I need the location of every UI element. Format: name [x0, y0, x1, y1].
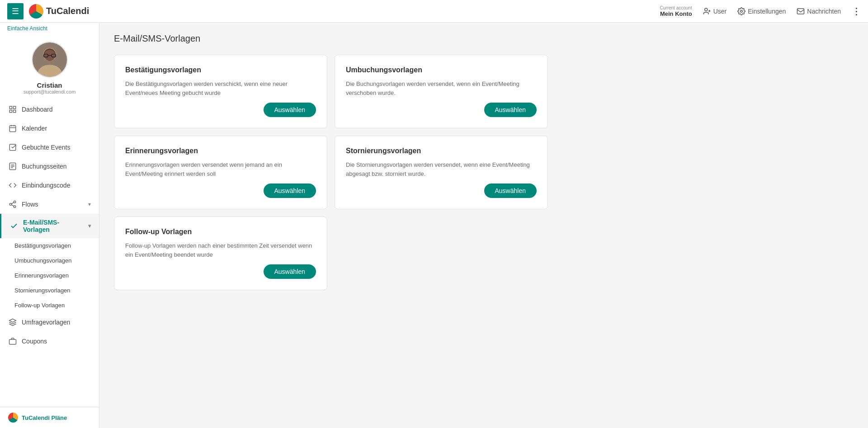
- email-vorlagen-submenu: Bestätigungsvorlagen Umbuchungsvorlagen …: [0, 238, 99, 313]
- sidebar-item-dashboard[interactable]: Dashboard: [0, 100, 99, 119]
- sidebar-item-buchungsseiten[interactable]: Buchungsseiten: [0, 157, 99, 176]
- email-vorlagen-chevron-icon: ▾: [88, 223, 91, 229]
- card-erinnerungsvorlagen: Erinnerungsvorlagen Erinnerungsvorlagen …: [114, 136, 327, 209]
- tucalendi-plaene-label: TuCalendi Pläne: [22, 414, 67, 421]
- kalender-label: Kalender: [22, 125, 47, 132]
- svg-rect-12: [14, 106, 16, 108]
- card-umbuchungsvorlagen-button[interactable]: Auswählen: [484, 103, 537, 117]
- tucalendi-footer-logo-icon: [8, 413, 18, 423]
- flows-chevron-icon: ▾: [88, 201, 91, 207]
- sidebar-subitem-bestatigungsvorlagen[interactable]: Bestätigungsvorlagen: [0, 238, 99, 253]
- svg-rect-2: [797, 9, 804, 14]
- vorlagen-cards-grid: Bestätigungsvorlagen Die Bestätigungsvor…: [114, 55, 548, 290]
- card-stornierungsvorlagen-button[interactable]: Auswählen: [484, 183, 537, 198]
- user-label: User: [713, 8, 727, 15]
- user-icon: [703, 7, 711, 15]
- settings-button[interactable]: Einstellungen: [737, 7, 786, 15]
- svg-point-26: [14, 206, 16, 208]
- check-square-icon: [8, 143, 17, 152]
- einbindungscode-label: Einbindungscode: [22, 182, 70, 189]
- card-erinnerungsvorlagen-button[interactable]: Auswählen: [264, 183, 316, 198]
- page-title: E-Mail/SMS-Vorlagen: [114, 33, 854, 44]
- sidebar-item-kalender[interactable]: Kalender: [0, 119, 99, 138]
- settings-label: Einstellungen: [748, 8, 786, 15]
- user-button[interactable]: User: [703, 7, 727, 15]
- current-account[interactable]: Current account Mein Konto: [660, 5, 692, 17]
- svg-marker-29: [9, 319, 16, 323]
- card-bestatigungsvorlagen-desc: Die Bestätigungsvorlagen werden verschic…: [125, 80, 316, 97]
- svg-rect-13: [9, 110, 12, 113]
- sidebar-item-email-sms-vorlagen[interactable]: E-Mail/SMS-Vorlagen ▾: [0, 214, 99, 238]
- sidebar-item-flows[interactable]: Flows ▾: [0, 195, 99, 214]
- card-bestatigungsvorlagen-title: Bestätigungsvorlagen: [125, 66, 316, 74]
- code-icon: [8, 181, 17, 190]
- card-stornierungsvorlagen-title: Stornierungsvorlagen: [346, 147, 537, 155]
- settings-icon: [737, 7, 745, 15]
- dashboard-label: Dashboard: [22, 106, 53, 113]
- card-follow-up-title: Follow-up Vorlagen: [125, 228, 316, 236]
- email-vorlagen-check-icon: [9, 221, 19, 230]
- card-stornierungsvorlagen-desc: Die Stornierungsvorlagen werden versende…: [346, 160, 537, 178]
- card-bestatigungsvorlagen-button[interactable]: Auswählen: [264, 103, 316, 117]
- avatar: [32, 42, 68, 78]
- card-stornierungsvorlagen: Stornierungsvorlagen Die Stornierungsvor…: [335, 136, 548, 209]
- main-content: E-Mail/SMS-Vorlagen Bestätigungsvorlagen…: [99, 23, 868, 428]
- card-follow-up-desc: Follow-up Vorlagen werden nach einer bes…: [125, 241, 316, 259]
- tag-icon: [8, 337, 17, 346]
- flows-label: Flows: [22, 201, 38, 208]
- card-bestatigungsvorlagen: Bestätigungsvorlagen Die Bestätigungsvor…: [114, 55, 327, 128]
- card-erinnerungsvorlagen-title: Erinnerungsvorlagen: [125, 147, 316, 155]
- topnav: ☰ TuCalendi Current account Mein Konto U…: [0, 0, 868, 23]
- svg-rect-30: [9, 339, 16, 344]
- grid-icon: [8, 105, 17, 114]
- sidebar-item-coupons[interactable]: Coupons: [0, 332, 99, 351]
- layers-icon: [8, 318, 17, 327]
- calendar-icon: [8, 124, 17, 133]
- more-button[interactable]: ⋮: [852, 6, 861, 17]
- user-profile: Cristian support@tucalendi.com: [0, 34, 99, 100]
- file-icon: [8, 162, 17, 171]
- svg-rect-19: [9, 144, 16, 151]
- buchungsseiten-label: Buchungsseiten: [22, 163, 67, 170]
- sidebar-item-einbindungscode[interactable]: Einbindungscode: [0, 176, 99, 195]
- account-name: Mein Konto: [660, 10, 692, 17]
- svg-point-25: [9, 203, 12, 206]
- card-umbuchungsvorlagen: Umbuchungsvorlagen Die Buchungsvorlagen …: [335, 55, 548, 128]
- svg-point-24: [14, 201, 16, 203]
- tucalendi-plaene-button[interactable]: TuCalendi Pläne: [0, 407, 99, 428]
- svg-line-28: [11, 202, 14, 204]
- card-erinnerungsvorlagen-desc: Erinnerungsvorlagen werden versendet wen…: [125, 160, 316, 178]
- hamburger-button[interactable]: ☰: [7, 3, 24, 19]
- card-follow-up-vorlagen: Follow-up Vorlagen Follow-up Vorlagen we…: [114, 216, 327, 290]
- svg-rect-11: [9, 106, 12, 108]
- flows-icon: [8, 200, 17, 209]
- coupons-label: Coupons: [22, 338, 47, 345]
- svg-point-1: [741, 10, 743, 12]
- einfache-ansicht-link[interactable]: Einfache Ansicht: [0, 23, 99, 34]
- email-sms-vorlagen-label: E-Mail/SMS-Vorlagen: [23, 219, 84, 233]
- svg-rect-14: [14, 110, 16, 113]
- card-follow-up-button[interactable]: Auswählen: [264, 264, 316, 279]
- messages-label: Nachrichten: [807, 8, 841, 15]
- umfragevorlagen-label: Umfragevorlagen: [22, 319, 70, 326]
- gebuchte-events-label: Gebuchte Events: [22, 144, 70, 151]
- card-umbuchungsvorlagen-title: Umbuchungsvorlagen: [346, 66, 537, 74]
- svg-rect-15: [9, 126, 16, 132]
- user-name: Cristian: [37, 81, 62, 89]
- logo-text: TuCalendi: [46, 6, 89, 16]
- account-label: Current account: [660, 5, 692, 10]
- sidebar-subitem-umbuchungsvorlagen[interactable]: Umbuchungsvorlagen: [0, 253, 99, 268]
- svg-point-0: [704, 8, 707, 11]
- svg-line-27: [11, 205, 14, 206]
- sidebar-item-gebuchte-events[interactable]: Gebuchte Events: [0, 138, 99, 157]
- sidebar: Einfache Ansicht Cristian support@tucale…: [0, 23, 99, 428]
- sidebar-subitem-erinnerungsvorlagen[interactable]: Erinnerungsvorlagen: [0, 268, 99, 283]
- sidebar-nav: Dashboard Kalender Gebuchte Events: [0, 100, 99, 407]
- card-umbuchungsvorlagen-desc: Die Buchungsvorlagen werden versendet, w…: [346, 80, 537, 97]
- sidebar-subitem-follow-up-vorlagen[interactable]: Follow-up Vorlagen: [0, 298, 99, 313]
- messages-button[interactable]: Nachrichten: [797, 7, 841, 15]
- logo[interactable]: TuCalendi: [29, 4, 89, 19]
- user-email: support@tucalendi.com: [24, 89, 76, 94]
- sidebar-item-umfragevorlagen[interactable]: Umfragevorlagen: [0, 313, 99, 332]
- sidebar-subitem-stornierungsvorlagen[interactable]: Stornierungsvorlagen: [0, 283, 99, 298]
